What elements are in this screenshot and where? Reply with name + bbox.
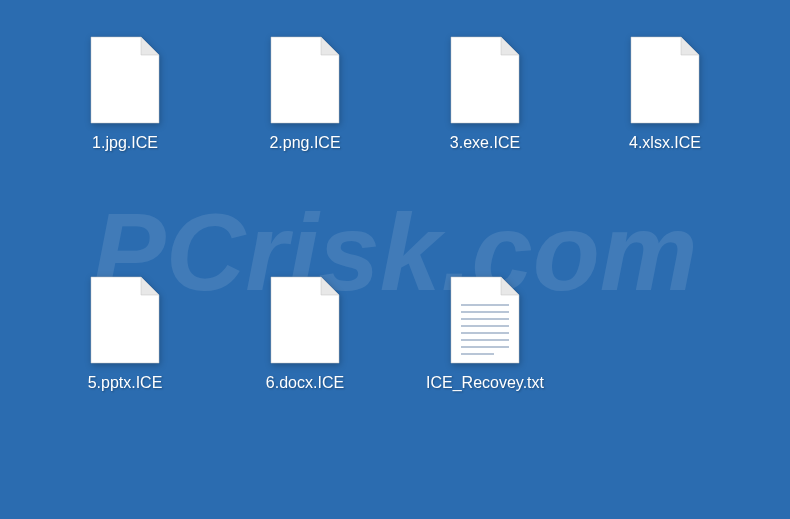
blank-file-icon <box>89 275 161 365</box>
file-label: 2.png.ICE <box>269 133 340 154</box>
file-label: 3.exe.ICE <box>450 133 520 154</box>
file-label: 4.xlsx.ICE <box>629 133 701 154</box>
file-label: 5.pptx.ICE <box>88 373 163 394</box>
desktop-area: PCrisk.com 1.jpg.ICE 2.png.ICE 3.exe.ICE <box>0 0 790 519</box>
file-item[interactable]: 5.pptx.ICE <box>40 270 210 490</box>
file-item[interactable]: 3.exe.ICE <box>400 30 570 250</box>
file-label: 1.jpg.ICE <box>92 133 158 154</box>
blank-file-icon <box>449 35 521 125</box>
file-item[interactable]: 2.png.ICE <box>220 30 390 250</box>
file-item[interactable]: 4.xlsx.ICE <box>580 30 750 250</box>
file-item[interactable]: ICE_Recovey.txt <box>400 270 570 490</box>
blank-file-icon <box>269 35 341 125</box>
blank-file-icon <box>89 35 161 125</box>
blank-file-icon <box>629 35 701 125</box>
file-item[interactable]: 6.docx.ICE <box>220 270 390 490</box>
file-label: ICE_Recovey.txt <box>426 373 544 394</box>
blank-file-icon <box>269 275 341 365</box>
file-label: 6.docx.ICE <box>266 373 344 394</box>
file-item[interactable]: 1.jpg.ICE <box>40 30 210 250</box>
text-file-icon <box>449 275 521 365</box>
